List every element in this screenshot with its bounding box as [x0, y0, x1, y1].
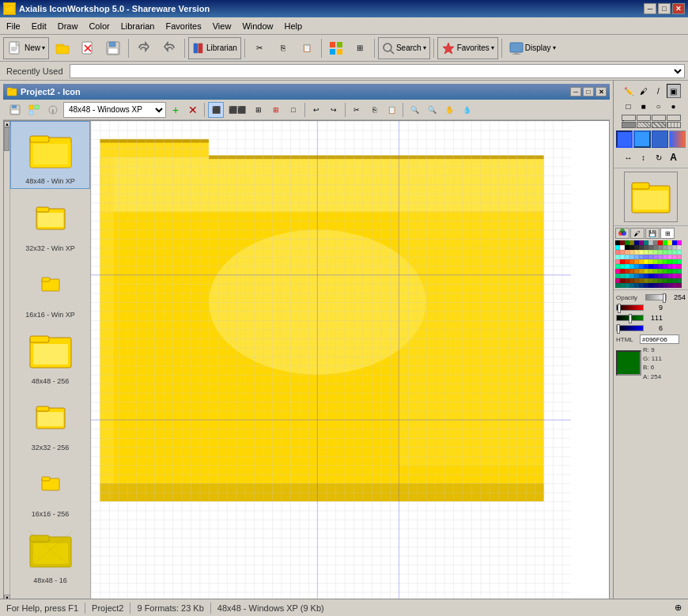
menu-color[interactable]: Color [84, 20, 114, 32]
favorites-button[interactable]: Favorites ▾ [438, 38, 497, 59]
pattern-dots1[interactable] [637, 122, 651, 128]
html-input[interactable] [640, 334, 679, 344]
paste-doc-btn[interactable]: 📋 [384, 102, 399, 118]
search-button-group[interactable]: Search ▾ [378, 37, 430, 59]
palette-tab-rgb[interactable] [615, 228, 629, 239]
copy-button[interactable]: ⎘ [272, 37, 294, 59]
tool-pencil[interactable]: ✏️ [622, 84, 636, 98]
grid-button[interactable]: ⊞ [349, 37, 371, 59]
librarian-button[interactable]: Librarian [189, 38, 240, 59]
tool-size-3[interactable] [652, 115, 666, 121]
doc-minimize-button[interactable]: ─ [570, 87, 581, 96]
menu-edit[interactable]: Edit [27, 20, 51, 32]
undo-button[interactable] [132, 37, 156, 59]
new-button[interactable]: New ▾ [4, 38, 48, 59]
color-mode-rgb[interactable] [616, 130, 633, 148]
tool-line[interactable]: / [652, 84, 666, 98]
open-button[interactable] [51, 37, 74, 59]
win-logo-button[interactable] [325, 37, 347, 59]
tool-flip-h[interactable]: ↔ [622, 150, 636, 164]
view-small-btn[interactable]: ⊞ [251, 102, 267, 118]
current-color-swatch[interactable] [616, 350, 641, 376]
cut-doc-btn[interactable]: ✂ [349, 102, 365, 118]
cut-button[interactable]: ✂ [248, 37, 270, 59]
hand-btn[interactable]: ✋ [441, 102, 457, 118]
menu-draw[interactable]: Draw [53, 20, 83, 32]
doc-close-button[interactable]: ✕ [595, 87, 607, 96]
size-selector[interactable]: 48x48 - Windows XP [63, 102, 166, 118]
redo-btn[interactable]: ↪ [326, 102, 342, 118]
doc-add-format-btn[interactable]: + [168, 102, 183, 118]
b-slider[interactable] [616, 325, 644, 331]
tool-rect[interactable]: □ [622, 99, 636, 113]
pixel-art-svg[interactable] [91, 121, 609, 599]
pattern-dots3[interactable] [667, 122, 681, 128]
opacity-slider[interactable] [645, 294, 667, 300]
recently-used-combo[interactable] [70, 64, 685, 78]
title-bar-controls[interactable]: ─ □ ✕ [644, 3, 685, 14]
palette-tab-grid[interactable]: ⊞ [660, 228, 675, 239]
doc-save-btn[interactable] [6, 102, 24, 118]
copy-doc-btn[interactable]: ⎘ [366, 102, 382, 118]
thumb-48x48-winxp[interactable]: 48x48 - Win XP [10, 121, 90, 189]
color-mode-4[interactable] [669, 130, 686, 148]
pattern-solid[interactable] [622, 122, 636, 128]
doc-controls[interactable]: ─ □ ✕ [570, 87, 607, 96]
tool-text[interactable]: A [667, 150, 681, 164]
menu-file[interactable]: File [2, 20, 25, 32]
thumb-48x48-16[interactable]: 48x48 - 16 [10, 521, 90, 588]
g-slider[interactable] [616, 315, 644, 321]
tool-size-4[interactable] [667, 115, 681, 121]
doc-remove-format-btn[interactable]: ✕ [185, 102, 201, 118]
doc-maximize-button[interactable]: □ [583, 87, 594, 96]
undo-btn[interactable]: ↩ [308, 102, 324, 118]
tool-size-1[interactable]: · [622, 115, 636, 121]
view-bg-btn[interactable]: □ [285, 102, 301, 118]
tool-brush[interactable]: 🖌 [637, 84, 651, 98]
doc-props-btn[interactable]: i [44, 102, 62, 118]
close-button[interactable]: ✕ [672, 3, 685, 14]
thumb-16x16-256[interactable]: 16x16 - 256 [10, 455, 90, 521]
menu-librarian[interactable]: Librarian [116, 20, 160, 32]
librarian-button-group[interactable]: Librarian [188, 37, 241, 59]
view-grid-btn[interactable]: ⊞ [268, 102, 284, 118]
tool-eraser[interactable]: ▣ [667, 84, 681, 98]
display-button[interactable]: Display ▾ [505, 37, 560, 59]
tool-filled-ellipse[interactable]: ● [667, 99, 681, 113]
save-button[interactable] [101, 37, 125, 59]
menu-window[interactable]: Window [237, 20, 278, 32]
palette-tab-paint[interactable]: 🖌 [630, 228, 645, 239]
view-large-btn[interactable]: ⬛ [208, 102, 224, 118]
thumb-16x16-winxp[interactable]: 16x16 - Win XP [10, 255, 90, 322]
tool-flip-v[interactable]: ↕ [637, 150, 651, 164]
menu-view[interactable]: View [208, 20, 236, 32]
doc-icon-formats-btn[interactable] [25, 102, 43, 118]
thumb-scrollbar[interactable]: ▲ ▼ [4, 121, 10, 599]
minimize-button[interactable]: ─ [644, 3, 656, 14]
search-button[interactable]: Search ▾ [379, 38, 429, 59]
tool-size-2[interactable] [637, 115, 651, 121]
color-mode-3[interactable] [652, 130, 668, 148]
color-cell[interactable] [677, 283, 682, 288]
r-slider[interactable] [616, 304, 644, 311]
zoom-out-btn[interactable]: 🔍 [424, 102, 440, 118]
view-medium-btn[interactable]: ⬛⬛ [225, 102, 249, 118]
favorites-button-group[interactable]: Favorites ▾ [437, 37, 498, 59]
zoom-in-btn[interactable]: 🔍 [406, 102, 422, 118]
tool-filled-rect[interactable]: ■ [637, 99, 651, 113]
menu-help[interactable]: Help [280, 20, 308, 32]
palette-tab-save[interactable]: 💾 [645, 228, 660, 239]
thumb-32x32-winxp[interactable]: 32x32 - Win XP [10, 189, 90, 255]
paste-button[interactable]: 📋 [296, 37, 318, 59]
pixel-canvas[interactable] [91, 121, 609, 599]
tool-rotate[interactable]: ↻ [652, 150, 666, 164]
menu-favorites[interactable]: Favorites [161, 20, 206, 32]
close-file-button[interactable] [76, 37, 100, 59]
eyedrop-btn[interactable]: 💧 [459, 102, 474, 118]
redo-button[interactable] [157, 37, 181, 59]
maximize-button[interactable]: □ [658, 3, 671, 14]
new-button-group[interactable]: New ▾ [3, 37, 49, 59]
thumb-48x48-256[interactable]: 48x48 - 256 [10, 322, 90, 388]
pattern-dots2[interactable] [652, 122, 666, 128]
thumb-32x32-256[interactable]: 32x32 - 256 [10, 388, 90, 455]
